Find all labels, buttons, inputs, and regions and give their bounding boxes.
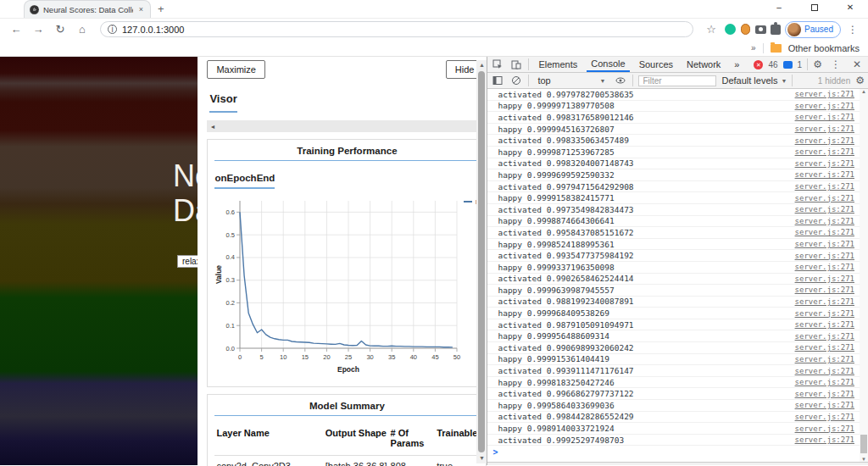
console-source-link[interactable]: server.js:271 [795, 90, 854, 98]
console-source-link[interactable]: server.js:271 [795, 320, 854, 329]
on-epoch-end-tab[interactable]: onEpochEnd [214, 173, 275, 189]
screenshot-extension-icon[interactable] [754, 24, 766, 36]
url-bar[interactable]: i 127.0.0.1:3000 [100, 21, 693, 37]
table-header: Trainable [435, 424, 479, 456]
console-source-link[interactable]: server.js:271 [795, 355, 854, 363]
visor-maximize-button[interactable]: Maximize [207, 60, 264, 79]
log-levels-select[interactable]: Default levels▼ [721, 75, 787, 86]
console-source-link[interactable]: server.js:271 [795, 275, 854, 283]
maximize-window-button[interactable] [797, 0, 832, 17]
console-settings-icon[interactable]: ⚙ [855, 75, 865, 86]
console-source-link[interactable]: server.js:271 [795, 343, 854, 352]
devtools-bottom-edge [487, 462, 868, 465]
console-source-link[interactable]: server.js:271 [795, 263, 854, 271]
console-source-link[interactable]: server.js:271 [795, 297, 854, 306]
console-source-link[interactable]: server.js:271 [795, 424, 854, 433]
more-tabs-icon[interactable]: » [730, 57, 743, 72]
extension-green-icon[interactable] [724, 24, 736, 36]
console-source-link[interactable]: server.js:271 [795, 378, 854, 386]
console-source-link[interactable]: server.js:271 [795, 136, 854, 145]
back-button[interactable]: ← [7, 23, 25, 36]
inspect-element-icon[interactable] [491, 58, 504, 71]
console-source-link[interactable]: server.js:271 [795, 194, 854, 202]
bookmark-star-icon[interactable]: ☆ [702, 23, 721, 36]
scroll-up-icon[interactable]: ▲ [860, 89, 868, 94]
console-source-link[interactable]: server.js:271 [795, 147, 854, 156]
folder-icon [771, 44, 782, 53]
console-source-link[interactable]: server.js:271 [795, 413, 854, 421]
console-log-row: happy 0.999915361404419server.js:271 [487, 354, 860, 366]
console-source-link[interactable]: server.js:271 [795, 125, 854, 133]
tab-network[interactable]: Network [682, 57, 725, 72]
console-source-link[interactable]: server.js:271 [795, 309, 854, 318]
extension-orange-icon[interactable] [739, 24, 751, 36]
message-badge-icon[interactable] [783, 61, 793, 69]
profile-button[interactable]: Paused [785, 21, 841, 38]
console-source-link[interactable]: server.js:271 [795, 286, 854, 294]
console-source-link[interactable]: server.js:271 [795, 240, 854, 248]
scrollbar-thumb[interactable] [860, 435, 867, 453]
console-source-link[interactable]: server.js:271 [795, 113, 854, 121]
scroll-left-icon[interactable]: ◄ [209, 124, 215, 130]
console-source-link[interactable]: server.js:271 [795, 170, 854, 179]
browser-menu-icon[interactable]: ⋮ [844, 24, 861, 36]
visor-scrollbar[interactable]: ▲ ▼ [476, 60, 487, 463]
console-source-link[interactable]: server.js:271 [795, 367, 854, 375]
tab-elements[interactable]: Elements [534, 57, 581, 72]
devtools-close-icon[interactable]: ✕ [849, 58, 865, 70]
frame-context-select[interactable]: top▼ [534, 75, 609, 86]
console-source-link[interactable]: server.js:271 [795, 228, 854, 236]
console-log-message: happy 0.999956488609314 [498, 331, 609, 341]
scroll-up-icon[interactable]: ▲ [479, 60, 485, 70]
error-badge-icon[interactable]: ✕ [754, 60, 763, 69]
console-source-link[interactable]: server.js:271 [795, 205, 854, 214]
reload-button[interactable]: ↻ [51, 23, 70, 36]
minimize-button[interactable]: – [761, 0, 797, 17]
table-header: # Of Params [389, 424, 436, 456]
bookmarks-overflow-icon[interactable]: » [751, 43, 756, 53]
devtools-menu-icon[interactable]: ⋮ [827, 58, 844, 70]
browser-titlebar: Neural Scores: Data Collector × + – ✕ [0, 0, 868, 19]
extensions-puzzle-icon[interactable] [770, 24, 782, 36]
console-source-link[interactable]: server.js:271 [795, 102, 854, 110]
console-source-link[interactable]: server.js:271 [795, 159, 854, 168]
console-source-link[interactable]: server.js:271 [795, 252, 854, 260]
console-source-link[interactable]: server.js:271 [795, 332, 854, 341]
console-filter-input[interactable]: Filter [638, 75, 716, 86]
other-bookmarks-button[interactable]: Other bookmarks [788, 43, 860, 53]
tab-console[interactable]: Console [587, 57, 629, 72]
console-sidebar-icon[interactable] [491, 75, 504, 87]
tab-close-icon[interactable]: × [137, 5, 145, 14]
prediction-label[interactable]: relaxed [177, 255, 199, 268]
visor-tab[interactable]: Visor [209, 92, 236, 113]
webcam-preview: Neu Dat relaxed [0, 57, 199, 465]
visor-tab-scrollbar[interactable]: ◄ ► [207, 120, 487, 132]
forward-button[interactable]: → [29, 23, 47, 36]
scroll-down-icon[interactable]: ▼ [860, 457, 868, 462]
scroll-down-icon[interactable]: ▼ [479, 453, 485, 463]
console-log-message: activated 0.9881992340087891 [498, 297, 633, 306]
console-source-link[interactable]: server.js:271 [795, 182, 854, 191]
site-info-icon[interactable]: i [108, 25, 117, 34]
clear-console-icon[interactable] [509, 75, 523, 87]
home-button[interactable]: ⌂ [73, 23, 92, 36]
tab-sources[interactable]: Sources [635, 57, 677, 72]
devtools-settings-icon[interactable]: ⚙ [813, 58, 822, 70]
svg-text:Epoch: Epoch [337, 365, 359, 374]
scrollbar-thumb[interactable] [478, 71, 485, 452]
new-tab-button[interactable]: + [158, 3, 164, 15]
console-source-link[interactable]: server.js:271 [795, 390, 854, 398]
console-log-message: activated 0.99925297498703 [498, 435, 624, 445]
table-cell: [batch,36,36,8] [324, 456, 389, 466]
device-toolbar-icon[interactable] [509, 58, 523, 71]
console-source-link[interactable]: server.js:271 [795, 401, 854, 409]
console-prompt[interactable]: > [487, 446, 860, 457]
close-window-button[interactable]: ✕ [832, 0, 868, 17]
console-log-message: happy 0.9998524188995361 [498, 240, 614, 249]
browser-tab[interactable]: Neural Scores: Data Collector × [24, 0, 151, 18]
console-source-link[interactable]: server.js:271 [795, 435, 854, 444]
eye-icon[interactable] [614, 75, 627, 87]
svg-text:20: 20 [324, 353, 331, 361]
console-scrollbar[interactable]: ▲ ▼ [860, 89, 868, 462]
console-source-link[interactable]: server.js:271 [795, 217, 854, 225]
